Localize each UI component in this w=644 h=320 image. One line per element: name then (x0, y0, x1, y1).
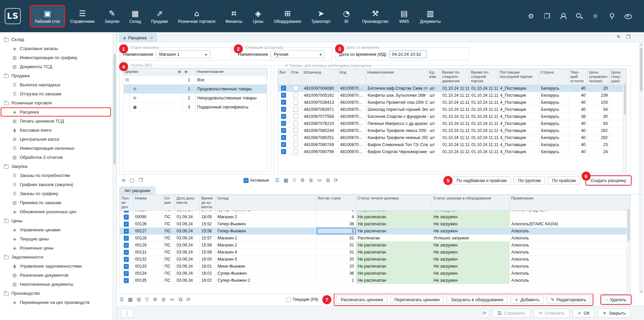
sidebar-item[interactable]: Производство (0, 289, 112, 298)
sidebar-item[interactable]: Обработка Z-отчетов (0, 153, 112, 162)
edit-act-button[interactable]: ✎ Редактировать (546, 295, 590, 304)
module-documents[interactable]: Документы (416, 6, 445, 27)
act-row[interactable]: 00090 ПС 01.09.24 18:05 Магазин 2 4 Не р… (120, 214, 630, 221)
main-scrollbar[interactable] (639, 42, 643, 294)
settings-gear-icon[interactable]: ⚙ (153, 297, 157, 302)
sidebar-item[interactable]: Инвентаризация наличных (0, 144, 112, 153)
save-button[interactable]: Сохранить (492, 309, 531, 318)
col-load-status[interactable]: Статус загрузки в оборудование (432, 195, 510, 211)
include-checkbox[interactable] (281, 142, 286, 147)
include-checkbox[interactable] (281, 121, 286, 126)
product-row[interactable]: 4810067004080 48100670… Батончик ваф.Спа… (278, 85, 627, 92)
current-checkbox[interactable] (286, 297, 291, 302)
reprice-mode-button[interactable]: По надбавкам и прайсам (452, 176, 511, 185)
act-row[interactable]: 00133 ПС 03.09.24 16:01 Мини-Фьюжен 20 Н… (120, 263, 630, 270)
col-row-count[interactable]: Кол-во строк (317, 195, 356, 211)
cancel-button[interactable]: ⟲ Отменить (534, 309, 570, 318)
sidebar-item[interactable]: Приемка по заказам (0, 198, 112, 207)
scrollbar-thumb[interactable] (628, 209, 630, 241)
calendar-icon[interactable]: ⊞ (137, 297, 141, 302)
sku-col-index[interactable]: ◉ (183, 68, 196, 76)
act-action-button[interactable]: Распечатать ценники (336, 295, 387, 304)
scrollbar-thumb[interactable] (624, 83, 626, 115)
sidebar-item[interactable]: Управление ценами (0, 225, 112, 234)
group-rows-icon[interactable]: ≣ (309, 178, 313, 183)
reprice-mode-button[interactable]: По прайсам (548, 176, 580, 185)
sku-group-row[interactable]: ⊕ 1 Продовольственные товары (124, 84, 267, 93)
module-transport[interactable]: Транспорт (307, 6, 335, 27)
module-desktop[interactable]: Рабочий стол (31, 6, 64, 27)
module-prices[interactable]: Цены (248, 6, 268, 27)
brightness-icon[interactable]: ☼ (592, 13, 598, 19)
product-row[interactable]: 4810067080756 48100670… Вафли Спартак Че… (278, 148, 627, 155)
col-price-mgmt[interactable]: Цена (управлен-ческая) (588, 69, 610, 85)
sidebar-item[interactable]: Цены (0, 216, 112, 225)
sidebar-item[interactable]: Продажа (0, 71, 112, 80)
act-row[interactable]: 00120 ПС 12.08.24 17:45 Супер-Фьюжен 2 1… (120, 211, 630, 214)
module-production[interactable]: Производство (358, 6, 392, 27)
col-code[interactable]: Код (338, 69, 366, 85)
sidebar-item[interactable]: Разнесение документов (0, 271, 112, 280)
sidebar-item[interactable]: Розничные цены (0, 243, 112, 253)
module-equipment[interactable]: Оборудование (270, 6, 305, 27)
eye-icon[interactable] (625, 13, 631, 19)
done-checkbox[interactable] (124, 236, 129, 241)
sidebar-item[interactable]: Отгрузка по заказам (0, 89, 112, 98)
export-icon[interactable]: ⧉ (179, 297, 182, 302)
col-series[interactable]: Се- рия (163, 195, 175, 211)
done-checkbox[interactable] (124, 211, 129, 213)
module-wms[interactable]: WMS (394, 6, 414, 27)
add-condition-icon[interactable]: ≔ (170, 297, 175, 302)
sidebar-item[interactable]: Управление задолженностями (0, 262, 112, 271)
mark-checkbox[interactable] (293, 135, 298, 140)
product-row[interactable]: 4810067080251 48100670… Конфеты Трюфели … (278, 134, 627, 141)
close-button[interactable]: ✕ Закрыть (598, 309, 631, 318)
product-row[interactable]: 4810067063971 48100670… Шоколад пористый… (278, 106, 627, 113)
include-checkbox[interactable] (281, 107, 286, 112)
sidebar-item[interactable]: Центральная касса (0, 135, 112, 144)
sidebar-item[interactable]: Кассовые книги (0, 126, 112, 135)
tab-rascenka[interactable]: ◈ Расценка × (119, 33, 157, 42)
store-select[interactable]: Магазин 1 (156, 50, 210, 58)
include-checkbox[interactable] (281, 114, 286, 119)
tree-expander-icon[interactable]: ⊕ (133, 86, 137, 91)
sku-group-row[interactable]: ⊕ 2 Непродовольственные товары (124, 93, 267, 102)
mark-checkbox[interactable] (293, 121, 298, 126)
act-action-button[interactable]: Перепечатать ценники (390, 295, 444, 304)
done-checkbox[interactable] (124, 257, 129, 262)
active-checkbox[interactable] (244, 178, 249, 183)
collapse-icon[interactable]: ⊖ (285, 63, 288, 68)
act-row[interactable]: 00131 ПС 03.09.24 15:59 Магазин 4 31 Не … (120, 249, 630, 256)
sidebar-item[interactable]: Графики заказов (закупка) (0, 180, 112, 189)
cascade-windows-icon[interactable]: ❐ (139, 178, 143, 183)
tab-act-rascenki[interactable]: Акт расценки (119, 187, 155, 194)
view-grid-icon[interactable]: ▦ (128, 297, 132, 302)
col-warehouse[interactable]: Склад (216, 195, 317, 211)
module-purchases[interactable]: Закупки (101, 6, 123, 27)
sidebar-item[interactable]: Выписка накладных (0, 80, 112, 89)
export-icon[interactable]: ⧉ (326, 178, 330, 183)
col-barcode[interactable]: Штрихкод (302, 69, 338, 85)
col-print-status[interactable]: Статус печати ценника (356, 195, 432, 211)
filter-icon[interactable]: ▽ (145, 297, 149, 302)
col-country[interactable]: Страна (539, 69, 569, 85)
module-refs[interactable]: Справочники (66, 6, 99, 27)
group-rows-icon[interactable]: ≣ (161, 297, 166, 302)
act-row[interactable]: 00134 ПС 03.09.24 16:02 Супер-Фьюжен 36 … (120, 270, 630, 277)
products-scrollbar[interactable] (623, 82, 627, 172)
sidebar-scrollbar[interactable] (112, 32, 116, 320)
mark-checkbox[interactable] (293, 142, 298, 147)
panels-icon[interactable]: ❐ (544, 13, 550, 19)
collapse-all-icon[interactable]: ▢ (130, 178, 135, 183)
done-checkbox[interactable] (124, 229, 129, 234)
done-checkbox[interactable] (124, 264, 129, 269)
filter-tree-icon[interactable]: ≡ (121, 178, 126, 183)
product-row[interactable]: 4810067005162 48100670… Конфеты шок. Бут… (278, 92, 627, 99)
sidebar-item[interactable]: Обновление розничных цен (0, 207, 112, 216)
datetime-input[interactable] (389, 50, 427, 58)
sku-group-row[interactable]: ● 3 Подарочный сертификаты (124, 102, 267, 111)
sidebar-item[interactable]: Заказы по потребностям (0, 171, 112, 180)
filter-icon[interactable]: ▽ (292, 178, 297, 183)
col-doc-time[interactable]: Время до-ку-мента (200, 195, 216, 211)
sidebar-item[interactable]: Неоплаченные документы (0, 280, 112, 289)
